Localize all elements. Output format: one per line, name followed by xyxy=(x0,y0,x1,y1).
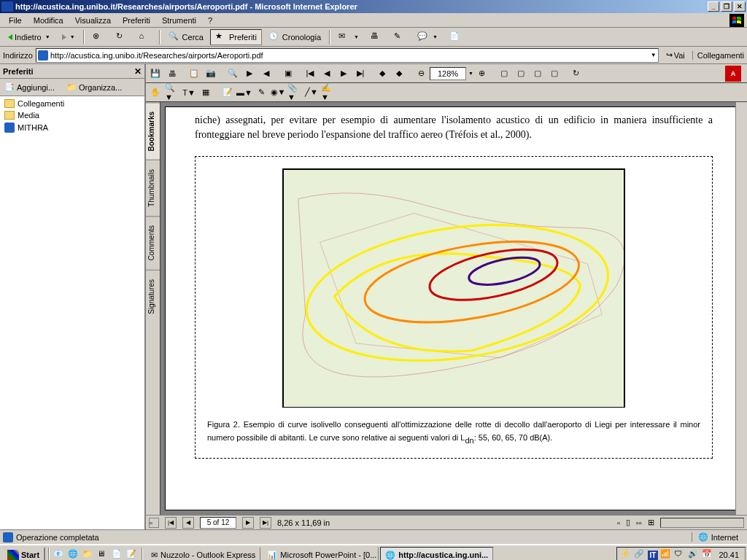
pdf-line-button[interactable]: ╱▼ xyxy=(303,85,320,101)
language-indicator[interactable]: IT xyxy=(648,551,659,560)
menu-tools[interactable]: Strumenti xyxy=(156,15,202,26)
menu-file[interactable]: File xyxy=(3,15,28,26)
pdf-back-view-button[interactable]: ◆ xyxy=(374,66,390,82)
tab-bookmarks[interactable]: Bookmarks xyxy=(146,102,160,160)
edit-button[interactable]: ✎ xyxy=(389,29,411,45)
menu-view[interactable]: Visualizza xyxy=(69,15,117,26)
quicklaunch-icon[interactable]: 🖥 xyxy=(96,548,109,560)
tray-icon[interactable]: ⚡ xyxy=(620,549,632,560)
start-button[interactable]: Start xyxy=(1,547,45,560)
refresh-button[interactable]: ↻ xyxy=(111,29,133,45)
minimize-button[interactable]: _ xyxy=(708,1,719,12)
pdf-zoom-tool-button[interactable]: 🔍▼ xyxy=(164,85,180,101)
pdf-fit-width-button[interactable]: ▢ xyxy=(530,66,546,82)
quicklaunch-icon[interactable]: 🌐 xyxy=(67,548,80,560)
page-layout-icon[interactable]: ▫ xyxy=(149,518,159,528)
pdf-stamp-button[interactable]: ◉▼ xyxy=(270,85,286,101)
quicklaunch-icon[interactable]: 📝 xyxy=(125,548,139,560)
pdf-find-next-button[interactable]: ▶ xyxy=(241,66,258,82)
pdf-note-button[interactable]: 📝 xyxy=(220,85,236,101)
pdf-first-page-button[interactable]: |◀ xyxy=(302,66,318,82)
pdf-find-prev-button[interactable]: ◀ xyxy=(258,66,274,82)
continuous-icon[interactable]: ▯ xyxy=(626,518,630,527)
pdf-highlight-button[interactable]: ▬▼ xyxy=(236,85,252,101)
close-button[interactable]: ✕ xyxy=(734,1,746,12)
pdf-next-page-button[interactable]: ▶ xyxy=(336,66,352,82)
pdf-fwd-view-button[interactable]: ◆ xyxy=(391,66,407,82)
chevron-down-icon[interactable]: ▼ xyxy=(651,52,657,58)
prev-page-nav[interactable]: ◀ xyxy=(182,517,194,529)
pdf-save-button[interactable]: 💾 xyxy=(147,66,163,82)
pdf-pencil-button[interactable]: ✎ xyxy=(253,85,269,101)
pdf-actual-size-button[interactable]: ▢ xyxy=(496,66,512,82)
favorites-close-button[interactable]: ✕ xyxy=(134,66,142,77)
continuous-facing-icon[interactable]: ⊞ xyxy=(648,518,654,527)
home-button[interactable]: ⌂ xyxy=(134,29,156,45)
pdf-last-page-button[interactable]: ▶| xyxy=(352,66,368,82)
next-page-nav[interactable]: ▶ xyxy=(242,517,254,529)
mail-button[interactable]: ✉▼ xyxy=(333,29,364,45)
address-input[interactable]: http://acustica.ing.unibo.it/Researches/… xyxy=(36,48,659,63)
menu-help[interactable]: ? xyxy=(202,15,218,26)
security-zone[interactable]: 🌐 Internet xyxy=(692,532,744,542)
favorite-item[interactable]: Collegamenti xyxy=(1,98,143,109)
taskbar-clock[interactable]: 20.41 xyxy=(716,551,742,559)
tray-icon[interactable]: 📅 xyxy=(702,549,713,560)
favorite-item[interactable]: MITHRA xyxy=(1,121,143,134)
pdf-fit-page-button[interactable]: ▢ xyxy=(513,66,529,82)
pdf-rotate-button[interactable]: ↻ xyxy=(568,66,584,82)
pdf-sign-button[interactable]: ✍▼ xyxy=(320,85,336,101)
discuss-button[interactable]: 💬▼ xyxy=(412,29,443,45)
menu-edit[interactable]: Modifica xyxy=(28,15,69,26)
organize-favorites-button[interactable]: 📁Organizza... xyxy=(63,81,125,93)
tray-icon[interactable]: 🛡 xyxy=(674,549,686,560)
pdf-attach-button[interactable]: 📎▼ xyxy=(287,85,303,101)
menu-favorites[interactable]: Preferiti xyxy=(117,15,156,26)
pdf-zoom-input[interactable] xyxy=(430,67,466,80)
favorites-button[interactable]: ★Preferiti xyxy=(210,29,262,45)
quicklaunch-icon[interactable]: 📁 xyxy=(82,548,95,560)
restore-button[interactable]: ❐ xyxy=(721,1,732,12)
pdf-print-button[interactable]: 🖶 xyxy=(164,66,180,82)
tray-icon[interactable]: 🔗 xyxy=(634,549,646,560)
print-button[interactable]: 🖶 xyxy=(365,29,387,45)
single-page-icon[interactable]: ▫ xyxy=(617,518,620,527)
taskbar-app-active[interactable]: 🌐http://acustica.ing.uni... xyxy=(380,547,493,560)
taskbar-app[interactable]: ✉Nuzzolo - Outlook Express xyxy=(146,547,260,560)
go-button[interactable]: ↪Vai xyxy=(662,50,689,60)
search-button[interactable]: 🔍Cerca xyxy=(163,29,209,45)
history-button[interactable]: 🕓Cronologia xyxy=(263,29,326,45)
links-button[interactable]: Collegamenti xyxy=(692,51,744,60)
back-button[interactable]: Indietro ▼ xyxy=(3,29,55,45)
tab-thumbnails[interactable]: Thumbnails xyxy=(146,160,160,216)
taskbar-app[interactable]: 📊Microsoft PowerPoint - [0... xyxy=(262,547,379,560)
quicklaunch-icon[interactable]: 📧 xyxy=(53,548,66,560)
page-number-input[interactable] xyxy=(200,517,236,529)
vertical-scrollbar[interactable] xyxy=(735,102,747,515)
pdf-zoom-in-button[interactable]: ⊕ xyxy=(474,66,490,82)
tray-icon[interactable]: 📶 xyxy=(660,549,672,560)
favorite-item[interactable]: Media xyxy=(1,109,143,121)
pdf-camera-button[interactable]: 📷 xyxy=(203,66,219,82)
pdf-page-viewport[interactable]: niche) assegnati, per evitare per esempi… xyxy=(160,102,747,515)
related-button[interactable]: 📄 xyxy=(444,29,466,45)
horizontal-scrollbar[interactable] xyxy=(660,518,744,528)
last-page-nav[interactable]: ▶| xyxy=(260,517,271,529)
pdf-graphics-select-button[interactable]: ▦ xyxy=(198,85,214,101)
pdf-hand-tool-button[interactable]: ✋ xyxy=(147,85,163,101)
pdf-reflow-button[interactable]: ▢ xyxy=(546,66,562,82)
add-favorite-button[interactable]: 📑Aggiungi... xyxy=(1,81,58,93)
forward-button[interactable]: ▼ xyxy=(57,29,80,45)
tray-icon[interactable]: 🔊 xyxy=(688,549,700,560)
pdf-fit-button[interactable]: ▣ xyxy=(280,66,296,82)
pdf-zoom-out-button[interactable]: ⊖ xyxy=(413,66,429,82)
first-page-nav[interactable]: |◀ xyxy=(165,517,177,529)
tab-signatures[interactable]: Signatures xyxy=(146,270,160,323)
quicklaunch-icon[interactable]: 📄 xyxy=(111,548,124,560)
pdf-prev-page-button[interactable]: ◀ xyxy=(319,66,335,82)
pdf-copy-button[interactable]: 📋 xyxy=(186,66,202,82)
pdf-find-button[interactable]: 🔍 xyxy=(225,66,241,82)
facing-icon[interactable]: ▫▫ xyxy=(636,518,642,527)
tab-comments[interactable]: Comments xyxy=(146,216,160,269)
stop-button[interactable]: ⊗ xyxy=(88,29,109,45)
